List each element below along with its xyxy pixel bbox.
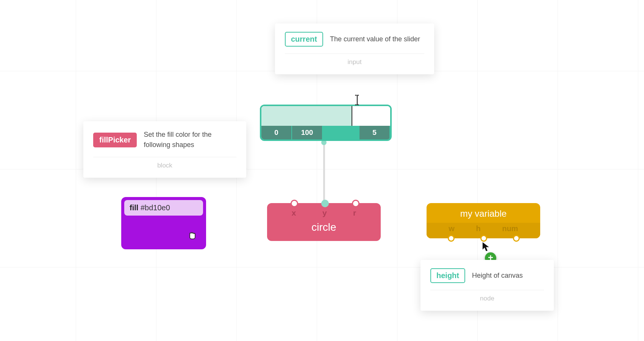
oport-h[interactable] [480,235,487,242]
port-label-x: x [292,208,296,217]
port-label-y: y [322,208,327,217]
port-label-h: h [476,224,481,233]
tooltip-desc: Set the fill color for the following sha… [144,130,236,150]
edge-slider-to-circle[interactable] [323,142,325,203]
slider-params: 0 100 5 [261,126,390,139]
port-y[interactable] [321,200,329,207]
circle-title: circle [267,219,381,241]
port-label-w: w [449,224,455,233]
fill-value: #bd10e0 [141,203,170,212]
slider-gap [323,126,360,139]
slider-min[interactable]: 0 [261,126,292,139]
tooltip-foot: block [93,162,236,169]
tooltip-tag-fill: fillPicker [93,133,137,147]
cursor-arrow-icon [482,242,490,253]
tooltip-height: height Height of canvas node [420,260,554,311]
tooltip-foot: input [285,58,424,66]
fill-header[interactable]: fill #bd10e0 [124,200,203,216]
block-slider[interactable]: 70 0 100 5 [260,105,392,141]
oport-w[interactable] [448,235,455,242]
node-circle[interactable]: x y r circle [267,203,381,241]
tooltip-foot: node [430,295,544,302]
tooltip-current: current The current value of the slider … [275,23,434,74]
oport-num[interactable] [513,235,520,242]
port-x[interactable] [291,200,298,207]
tooltip-tag-current: current [285,32,323,47]
tooltip-fillpicker: fillPicker Set the fill color for the fo… [83,121,246,178]
variable-title[interactable]: my variable [427,203,540,223]
block-fill[interactable]: fill #bd10e0 [121,197,206,249]
slider-track[interactable] [261,106,390,126]
grab-hand-icon [187,230,198,242]
slider-thumb[interactable] [352,106,352,126]
text-caret-icon [354,95,361,107]
port-r[interactable] [352,200,360,207]
slider-fill [261,106,352,126]
fill-label: fill [130,203,138,212]
tooltip-desc: Height of canvas [472,271,523,281]
node-variable[interactable]: my variable w h num [427,203,540,238]
tooltip-tag-height: height [430,268,465,283]
port-label-r: r [353,208,356,217]
tooltip-desc: The current value of the slider [330,34,420,44]
slider-step[interactable]: 5 [360,126,390,139]
port-label-num: num [502,224,518,233]
slider-max[interactable]: 100 [292,126,323,139]
